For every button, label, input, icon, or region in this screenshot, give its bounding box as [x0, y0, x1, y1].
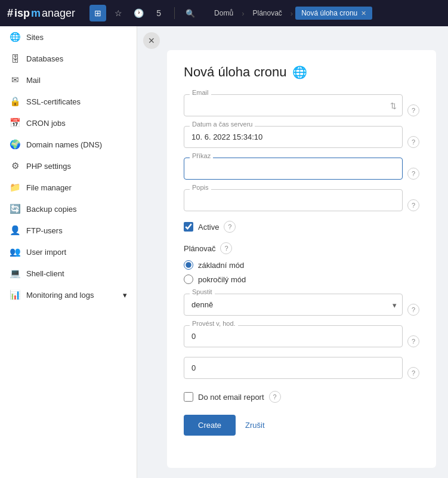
date-field-row: Datum a čas serveru ? — [184, 126, 419, 158]
active-help-icon[interactable]: ? — [224, 221, 236, 233]
history-icon[interactable]: 🕐 — [130, 5, 147, 21]
sidebar-item-cron[interactable]: 📅 CRON jobs — [0, 112, 137, 134]
buttons-row: Create Zrušit — [184, 415, 419, 436]
tab-nova-uloha[interactable]: Nová úloha cronu ✕ — [295, 7, 372, 20]
sidebar-label-sites: Sites — [26, 33, 44, 42]
tab-home[interactable]: Domů — [208, 7, 239, 20]
provest-help-icon[interactable]: ? — [407, 335, 419, 347]
cron-icon: 📅 — [10, 118, 20, 128]
ssl-icon: 🔒 — [10, 96, 20, 107]
date-input[interactable] — [184, 126, 403, 148]
sidebar-label-mail: Mail — [26, 76, 41, 85]
sidebar-item-sites[interactable]: 🌐 Sites — [0, 26, 137, 48]
description-help-icon[interactable]: ? — [407, 199, 419, 211]
provest-group: Provést v, hod. — [184, 325, 403, 347]
sort-icon: ⇅ — [390, 101, 397, 110]
create-button[interactable]: Create — [184, 415, 236, 436]
sidebar-label-dns: Domain names (DNS) — [26, 140, 102, 149]
sidebar-item-userimport[interactable]: 👥 User import — [0, 241, 137, 263]
tab-close-icon[interactable]: ✕ — [361, 10, 366, 17]
grid-icon[interactable]: ⊞ — [89, 5, 106, 21]
provest-label: Provést v, hod. — [190, 320, 238, 327]
sidebar-item-databases[interactable]: 🗄 Databases — [0, 48, 137, 69]
date-label: Datum a čas serveru — [190, 121, 255, 128]
spustit-label: Spustit — [190, 288, 215, 295]
php-icon: ⚙ — [10, 161, 20, 171]
provest-field-row: Provést v, hod. ? — [184, 325, 419, 357]
sidebar-label-monitoring: Monitoring and logs — [26, 291, 94, 300]
sidebar-item-ftp[interactable]: 👤 FTP-users — [0, 220, 137, 241]
ftp-icon: 👤 — [10, 225, 20, 236]
chevron-down-icon: ▾ — [123, 291, 127, 300]
minute-input[interactable] — [184, 357, 403, 379]
sidebar-label-php: PHP settings — [26, 162, 71, 171]
tab-planovac[interactable]: Plánovač — [246, 7, 288, 20]
databases-icon: 🗄 — [10, 53, 20, 64]
planovac-radio-group: základní mód pokročilý mód — [184, 260, 419, 284]
sidebar-item-php[interactable]: ⚙ PHP settings — [0, 155, 137, 177]
notification-icon[interactable]: 5 — [150, 5, 167, 21]
spustit-help-icon[interactable]: ? — [407, 304, 419, 316]
command-help-icon[interactable]: ? — [407, 168, 419, 180]
cancel-button[interactable]: Zrušit — [245, 421, 265, 430]
sidebar-label-ftp: FTP-users — [26, 226, 63, 235]
active-checkbox-row: Active ? — [184, 221, 419, 233]
planovac-help-icon[interactable]: ? — [220, 242, 232, 254]
globe-icon: 🌐 — [292, 65, 307, 79]
radio-basic-row: základní mód — [184, 260, 419, 270]
noemail-checkbox-row: Do not email report ? — [184, 391, 419, 403]
command-group: Příkaz — [184, 158, 403, 180]
spustit-group: Spustit denně týdně měsíčně každou hodin… — [184, 294, 403, 316]
date-help-icon[interactable]: ? — [407, 136, 419, 148]
form-panel: Nová úloha cronu 🌐 Email ⇅ ? Datum a čas… — [167, 50, 436, 468]
top-bar-icons: ⊞ ☆ 🕐 5 — [89, 5, 167, 21]
command-label: Příkaz — [190, 152, 213, 159]
noemail-help-icon[interactable]: ? — [269, 391, 281, 403]
sidebar-item-shell[interactable]: 💻 Shell-client — [0, 263, 137, 284]
top-bar: # ispmanager ⊞ ☆ 🕐 5 🔍 Domů › Plánovač ›… — [0, 0, 448, 26]
search-button[interactable]: 🔍 — [182, 5, 199, 21]
tabs-bar: Domů › Plánovač › Nová úloha cronu ✕ — [208, 7, 372, 20]
logo: # ispmanager — [7, 7, 75, 20]
sidebar-item-ssl[interactable]: 🔒 SSL-certificates — [0, 91, 137, 112]
mail-icon: ✉ — [10, 75, 20, 85]
email-group: Email ⇅ — [184, 94, 403, 116]
sidebar-item-mail[interactable]: ✉ Mail — [0, 69, 137, 91]
star-icon[interactable]: ☆ — [110, 5, 126, 21]
backup-icon: 🔄 — [10, 203, 20, 214]
radio-advanced[interactable] — [184, 275, 193, 284]
minute-help-icon[interactable]: ? — [407, 367, 419, 379]
radio-basic[interactable] — [184, 260, 193, 270]
sites-icon: 🌐 — [10, 32, 20, 42]
form-title: Nová úloha cronu 🌐 — [184, 64, 419, 80]
noemail-checkbox[interactable] — [184, 392, 193, 402]
description-input[interactable] — [184, 189, 403, 211]
sidebar-item-filemanager[interactable]: 📁 File manager — [0, 177, 137, 198]
sidebar-label-userimport: User import — [26, 248, 66, 257]
content-area: ✕ Nová úloha cronu 🌐 Email ⇅ ? Datum a č… — [137, 26, 448, 478]
email-input[interactable] — [184, 94, 403, 116]
active-checkbox[interactable] — [184, 222, 193, 232]
description-group: Popis — [184, 189, 403, 211]
close-button[interactable]: ✕ — [143, 32, 160, 49]
spustit-select[interactable]: denně týdně měsíčně každou hodinu — [184, 294, 403, 316]
email-help-icon[interactable]: ? — [407, 104, 419, 116]
sidebar-label-backup: Backup copies — [26, 205, 77, 214]
radio-basic-label: základní mód — [198, 261, 244, 270]
dns-icon: 🌍 — [10, 139, 20, 150]
minute-field-row: ? — [184, 357, 419, 388]
sidebar: 🌐 Sites 🗄 Databases ✉ Mail 🔒 SSL-certifi… — [0, 26, 137, 478]
minute-group — [184, 357, 403, 379]
command-input[interactable] — [184, 158, 403, 180]
sidebar-label-ssl: SSL-certificates — [26, 97, 81, 106]
sidebar-item-dns[interactable]: 🌍 Domain names (DNS) — [0, 134, 137, 155]
active-label: Active — [198, 223, 219, 232]
sidebar-item-monitoring[interactable]: 📊 Monitoring and logs ▾ — [0, 284, 137, 306]
radio-advanced-row: pokročilý mód — [184, 275, 419, 284]
planovac-section-label: Plánovač ? — [184, 242, 419, 254]
description-field-row: Popis ? — [184, 189, 419, 221]
userimport-icon: 👥 — [10, 246, 20, 257]
sidebar-item-backup[interactable]: 🔄 Backup copies — [0, 198, 137, 220]
provest-input[interactable] — [184, 325, 403, 347]
command-field-row: Příkaz ? — [184, 158, 419, 189]
